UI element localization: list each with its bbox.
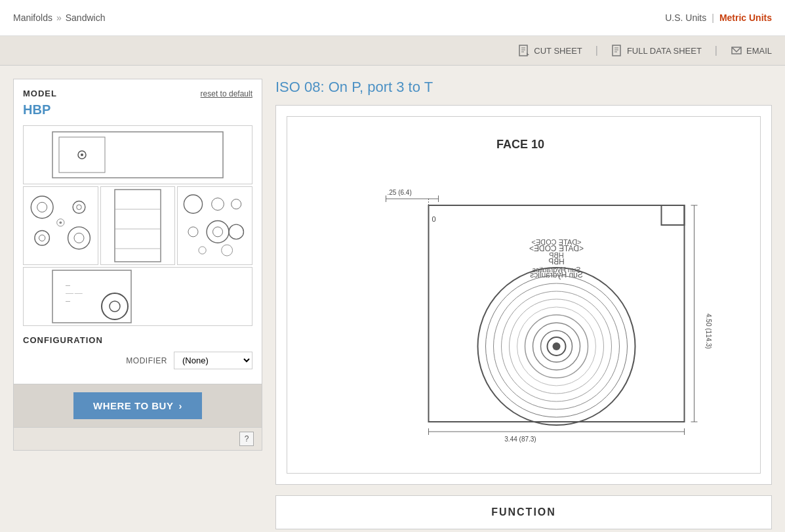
breadcrumb-separator: » [56,12,62,23]
model-name: HBP [23,102,252,117]
help-button[interactable]: ? [239,432,254,446]
diagram-inner: FACE 10 .25 (6.4) 0 [287,116,761,474]
model-card: MODEL reset to default HBP [13,79,262,384]
modifier-label: MODIFIER [126,356,167,365]
breadcrumb-manifolds[interactable]: Manifolds [13,12,52,23]
svg-rect-24 [115,190,161,262]
svg-point-20 [68,227,91,249]
main-content: MODEL reset to default HBP [0,66,785,532]
svg-text:—— ——: —— —— [66,291,83,295]
model-header: MODEL reset to default [23,89,252,98]
diagram-container: FACE 10 .25 (6.4) 0 [275,105,772,485]
email-icon [731,45,742,56]
svg-point-41 [102,293,128,319]
model-label: MODEL [23,89,57,98]
toolbar: CUT SHEET | FULL DATA SHEET | EMAIL [0,36,785,66]
model-image-mid-left[interactable] [23,186,98,265]
unit-divider: | [712,12,714,23]
svg-text:3.44 (87.3): 3.44 (87.3) [504,436,536,443]
function-title: FUNCTION [287,506,761,518]
svg-text:—: — [66,298,70,303]
model-image-mid-right[interactable] [177,186,252,265]
email-label: EMAIL [746,46,772,56]
help-row: ? [13,428,262,451]
toolbar-sep1: | [595,45,598,56]
svg-point-30 [231,199,241,209]
cut-sheet-icon [518,45,530,56]
toolbar-sep2: | [715,45,717,56]
model-image-mid-center[interactable] [100,186,176,265]
svg-point-16 [73,201,85,213]
breadcrumb-sandwich[interactable]: Sandwich [66,12,106,23]
svg-text:—: — [66,283,70,287]
svg-point-35 [199,247,206,254]
svg-marker-4 [527,52,529,55]
unit-switcher: U.S. Units | Metric Units [665,12,772,23]
us-units-button[interactable]: U.S. Units [665,12,706,23]
technical-drawing: FACE 10 .25 (6.4) 0 [300,130,747,458]
email-button[interactable]: EMAIL [731,45,772,56]
configuration-section: CONFIGURATION MODIFIER (None) [23,335,252,369]
svg-rect-5 [613,45,620,56]
svg-point-17 [77,205,82,210]
reset-to-default-link[interactable]: reset to default [201,89,252,98]
svg-point-31 [188,227,198,237]
svg-point-15 [37,202,47,212]
where-to-buy-arrow: › [178,400,182,411]
svg-text:0: 0 [432,215,436,223]
model-image-bottom[interactable]: — —— —— — [23,267,252,326]
model-image-top[interactable] [23,125,252,184]
svg-point-21 [74,233,84,243]
svg-rect-50 [662,205,685,225]
modifier-select[interactable]: (None) [174,352,252,369]
model-top-svg [39,125,236,184]
svg-text:.25 (6.4): .25 (6.4) [388,189,412,196]
svg-point-36 [222,245,233,256]
svg-point-28 [184,195,203,213]
svg-text:HBP: HBP [549,251,564,259]
cut-sheet-button[interactable]: CUT SHEET [518,45,582,56]
cut-sheet-label: CUT SHEET [534,46,582,56]
where-to-buy-label: WHERE TO BUY [93,400,173,411]
svg-point-75 [553,342,561,350]
model-mid-left-svg [24,186,98,265]
svg-point-29 [212,198,224,211]
svg-rect-37 [52,270,131,323]
svg-point-42 [110,301,120,312]
configuration-label: CONFIGURATION [23,335,252,345]
bottom-actions: WHERE TO BUY › [13,384,262,428]
help-icon: ? [245,434,249,443]
model-bottom-svg: — —— —— — [39,267,236,326]
left-panel: MODEL reset to default HBP [13,79,262,529]
full-data-sheet-button[interactable]: FULL DATA SHEET [611,45,702,56]
modifier-row: MODIFIER (None) [23,352,252,369]
full-data-sheet-icon [611,45,623,56]
metric-units-button[interactable]: Metric Units [719,12,772,23]
model-image-grid: — —— —— — [23,125,252,326]
top-bar: Manifolds » Sandwich U.S. Units | Metric… [0,0,785,36]
svg-text:4.50 (114.3): 4.50 (114.3) [705,314,712,349]
right-panel: ISO 08: On P, port 3 to T FACE 10 .25 (6… [275,79,772,529]
breadcrumb: Manifolds » Sandwich [13,12,105,23]
svg-point-13 [81,153,83,156]
model-mid-right-svg [178,186,252,265]
svg-point-23 [59,221,62,224]
svg-point-19 [39,235,45,241]
function-section: FUNCTION [275,495,772,529]
diagram-title: ISO 08: On P, port 3 to T [275,79,772,96]
svg-point-34 [229,224,244,239]
model-mid-center-svg [111,186,164,265]
where-to-buy-button[interactable]: WHERE TO BUY › [73,392,202,419]
svg-point-18 [35,231,50,246]
full-data-sheet-label: FULL DATA SHEET [627,46,702,56]
svg-point-14 [31,196,53,218]
svg-text:<DATE CODE>: <DATE CODE> [531,238,581,246]
svg-rect-0 [519,45,527,56]
svg-point-33 [213,227,223,237]
svg-point-32 [207,220,229,243]
face-label: FACE 10 [496,138,544,151]
